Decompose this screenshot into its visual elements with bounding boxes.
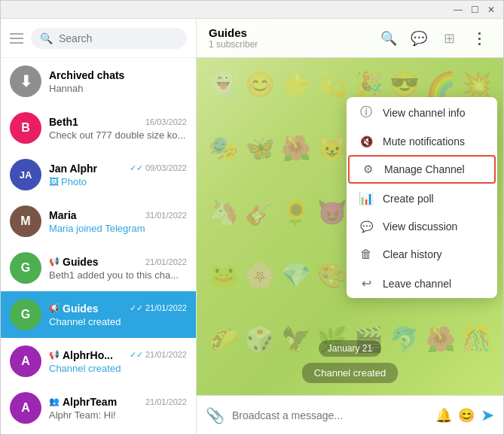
manage-channel-icon: ⚙ <box>360 163 375 176</box>
chat-name-alphrteam: 👥AlphrTeam <box>49 396 117 408</box>
chat-body: 👻😊🌟💫🎉😎🌈💥 🎭🦋🌺😺🎪🌙⭐🎯 🦄🎸🌻😈🎃🌊🎵🦊 🐸🌸💎🎨🦁🌴🎭👾 🌮🎲🦅🌿… <box>197 58 503 395</box>
chat-subtitle: 1 subscriber <box>209 39 377 50</box>
menu-item-manage-channel[interactable]: ⚙ Manage Channel <box>348 155 496 184</box>
avatar-letter-beth1: B <box>21 121 30 135</box>
chat-input-bar: 📎 🔔 😊 ➤ <box>197 395 503 434</box>
avatar-alphrteam: A <box>10 392 41 424</box>
view-channel-info-icon: ⓘ <box>359 105 374 120</box>
menu-item-mute-notifications[interactable]: 🔇 Mute notifications <box>347 128 497 155</box>
chat-item-alphrho[interactable]: A 📢AlphrHo... ✓✓ 21/01/2022 Channel crea… <box>1 338 196 385</box>
chat-item-guides-inactive[interactable]: G 📢Guides 21/01/2022 Beth1 added you to … <box>1 245 196 291</box>
chat-header: Guides 1 subscriber 🔍 💬 ⊞ ⋮ <box>197 19 503 58</box>
notification-bell-button[interactable]: 🔔 <box>435 407 452 424</box>
comments-button[interactable]: 💬 <box>407 26 431 50</box>
chat-time-guides-inactive: 21/01/2022 <box>145 257 187 266</box>
chat-name-row-alphrho: 📢AlphrHo... ✓✓ 21/01/2022 <box>49 349 187 361</box>
hamburger-icon[interactable] <box>10 33 23 44</box>
avatar-guides-active: G <box>10 299 41 330</box>
menu-item-view-channel-info[interactable]: ⓘ View channel info <box>347 97 497 128</box>
chat-info-guides-inactive: 📢Guides 21/01/2022 Beth1 added you to th… <box>49 256 187 281</box>
main-content: 🔍 ⬇ Archived chats Hannah <box>1 19 503 434</box>
header-icons: 🔍 💬 ⊞ ⋮ <box>377 26 491 50</box>
chat-name-alphrho: 📢AlphrHo... <box>49 349 113 361</box>
chat-name-row-guides-inactive: 📢Guides 21/01/2022 <box>49 256 187 268</box>
chat-preview-guides-inactive: Beth1 added you to this cha... <box>49 269 187 281</box>
photo-icon: 🖼 <box>49 176 59 187</box>
view-discussion-icon: 💬 <box>359 221 374 233</box>
chat-preview-alphrho: Channel created <box>49 363 187 374</box>
chat-name-row-archived: Archived chats <box>49 69 187 81</box>
sidebar-header: 🔍 <box>1 19 196 58</box>
chat-preview-jan-alphr: 🖼 Photo <box>49 176 187 187</box>
chat-item-maria[interactable]: M Maria 31/01/2022 Maria joined Telegram <box>1 198 196 245</box>
chat-name-beth1: Beth1 <box>49 116 78 128</box>
chat-info-guides-active: 📢Guides ✓✓ 21/01/2022 Channel created <box>49 303 187 327</box>
mute-notifications-icon: 🔇 <box>359 135 374 148</box>
chat-time-alphrho: ✓✓ 21/01/2022 <box>130 350 187 360</box>
more-options-button[interactable]: ⋮ <box>467 26 491 50</box>
chat-item-guides-active[interactable]: G 📢Guides ✓✓ 21/01/2022 Channel created <box>1 291 196 338</box>
chat-title-section: Guides 1 subscriber <box>209 26 377 50</box>
sidebar: 🔍 ⬇ Archived chats Hannah <box>1 19 197 434</box>
maximize-button[interactable]: ☐ <box>469 4 481 16</box>
chat-preview-guides-active: Channel created <box>49 316 187 327</box>
chat-name-jan-alphr: Jan Alphr <box>49 163 97 175</box>
message-input[interactable] <box>232 409 428 421</box>
chat-info-beth1: Beth1 16/03/2022 Check out 777 double si… <box>49 116 187 141</box>
title-bar: — ☐ ✕ <box>1 1 503 19</box>
search-icon: 🔍 <box>40 32 53 44</box>
close-button[interactable]: ✕ <box>485 4 497 16</box>
chat-time-jan-alphr: ✓✓ 09/03/2022 <box>130 163 187 173</box>
avatar-alphrho: A <box>10 345 41 377</box>
chat-item-beth1[interactable]: B Beth1 16/03/2022 Check out 777 double … <box>1 105 196 151</box>
chat-name-guides-active: 📢Guides <box>49 303 98 315</box>
chat-item-archived[interactable]: ⬇ Archived chats Hannah <box>1 58 196 105</box>
chat-time-maria: 31/01/2022 <box>145 211 187 220</box>
search-input[interactable] <box>59 32 178 44</box>
channel-created-badge: Channel created <box>302 363 398 383</box>
chat-name-row-beth1: Beth1 16/03/2022 <box>49 116 187 128</box>
date-badge: January 21 <box>319 340 381 357</box>
chat-info-alphrho: 📢AlphrHo... ✓✓ 21/01/2022 Channel create… <box>49 349 187 374</box>
menu-label-mute-notifications: Mute notifications <box>383 135 465 148</box>
chat-name-row-maria: Maria 31/01/2022 <box>49 209 187 221</box>
chat-name-row-alphrteam: 👥AlphrTeam 21/01/2022 <box>49 396 187 408</box>
search-header-button[interactable]: 🔍 <box>377 26 401 50</box>
send-button[interactable]: ➤ <box>481 406 494 425</box>
avatar-guides-inactive: G <box>10 252 41 284</box>
chat-info-maria: Maria 31/01/2022 Maria joined Telegram <box>49 209 187 234</box>
menu-item-leave-channel[interactable]: ↩ Leave channel <box>347 269 497 298</box>
app-window: — ☐ ✕ 🔍 ⬇ <box>1 1 503 434</box>
chat-info-jan-alphr: Jan Alphr ✓✓ 09/03/2022 🖼 Photo <box>49 163 187 187</box>
input-right-icons: 🔔 😊 ➤ <box>435 406 494 425</box>
minimize-button[interactable]: — <box>452 4 464 16</box>
search-box[interactable]: 🔍 <box>31 28 187 49</box>
menu-item-create-poll[interactable]: 📊 Create poll <box>347 184 497 213</box>
clear-history-icon: 🗑 <box>359 248 374 261</box>
menu-label-clear-history: Clear history <box>383 248 442 260</box>
avatar-jan-alphr: JA <box>10 159 41 190</box>
chat-time-guides-active: ✓✓ 21/01/2022 <box>130 303 187 313</box>
menu-item-clear-history[interactable]: 🗑 Clear history <box>347 240 497 269</box>
chat-name-archived: Archived chats <box>49 69 124 81</box>
context-menu: ⓘ View channel info 🔇 Mute notifications… <box>347 97 497 298</box>
menu-label-manage-channel: Manage Channel <box>384 163 465 175</box>
chat-preview-maria: Maria joined Telegram <box>49 223 187 234</box>
emoji-button[interactable]: 😊 <box>458 407 475 424</box>
chat-title: Guides <box>209 26 377 39</box>
title-bar-buttons: — ☐ ✕ <box>452 4 497 16</box>
chat-preview-alphrteam: Alphr Team: Hi! <box>49 409 187 421</box>
chat-item-jan-alphr[interactable]: JA Jan Alphr ✓✓ 09/03/2022 🖼 Photo <box>1 151 196 198</box>
split-view-button[interactable]: ⊞ <box>437 26 461 50</box>
chat-preview-beth1: Check out 777 double size ko... <box>49 129 187 141</box>
chat-item-alphrteam[interactable]: A 👥AlphrTeam 21/01/2022 Alphr Team: Hi! <box>1 385 196 431</box>
menu-label-leave-channel: Leave channel <box>383 278 451 290</box>
avatar-maria: M <box>10 205 41 237</box>
chat-name-guides-inactive: 📢Guides <box>49 256 98 268</box>
menu-item-view-discussion[interactable]: 💬 View discussion <box>347 213 497 240</box>
menu-label-create-poll: Create poll <box>383 193 434 205</box>
chat-name-row-jan-alphr: Jan Alphr ✓✓ 09/03/2022 <box>49 163 187 175</box>
chat-info-alphrteam: 👥AlphrTeam 21/01/2022 Alphr Team: Hi! <box>49 396 187 421</box>
attach-button[interactable]: 📎 <box>206 406 225 424</box>
chat-name-row-guides-active: 📢Guides ✓✓ 21/01/2022 <box>49 303 187 315</box>
